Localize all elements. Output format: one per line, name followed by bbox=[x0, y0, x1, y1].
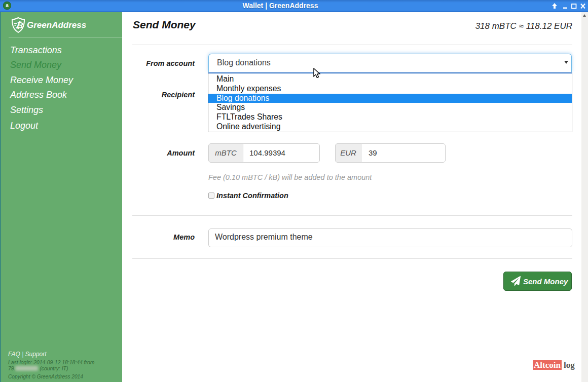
svg-text:₿: ₿ bbox=[15, 20, 24, 30]
